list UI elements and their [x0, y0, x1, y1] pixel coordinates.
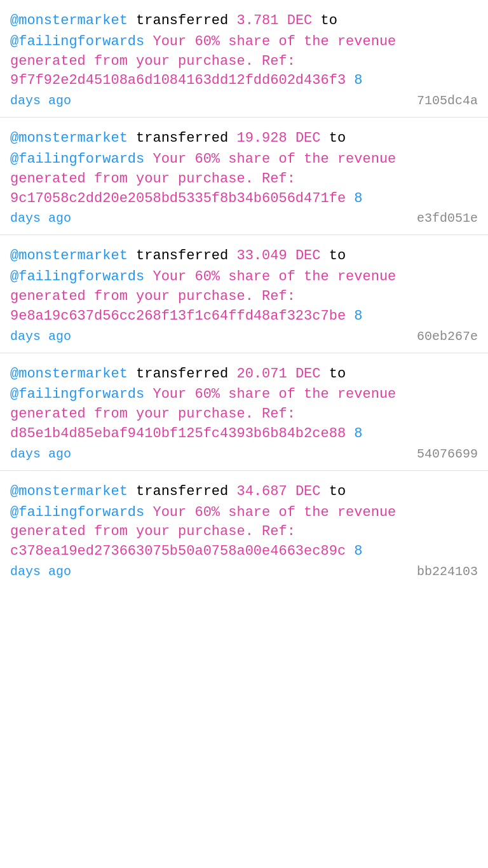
transaction-line3: generated from your purchase. Ref: — [10, 522, 478, 542]
currency-label: DEC — [287, 13, 313, 29]
currency-label: DEC — [295, 484, 321, 499]
transaction-list: @monstermarket transferred 3.781 DEC to … — [0, 0, 488, 588]
transaction-line1: @monstermarket transferred 19.928 DEC to — [10, 129, 478, 149]
transaction-line1: @monstermarket transferred 20.071 DEC to — [10, 365, 478, 384]
message-part2: generated from your purchase. Ref: — [10, 406, 295, 422]
transaction-line3: generated from your purchase. Ref: — [10, 170, 478, 189]
transfer-amount: 3.781 — [236, 13, 278, 29]
badge-number: 8 — [354, 72, 362, 88]
tx-hash: 54076699 — [417, 447, 478, 461]
transferred-label: transferred — [136, 248, 236, 264]
badge-number: 8 — [354, 308, 362, 324]
transaction-line4: 9c17058c2dd20e2058bd5335f8b34b6056d471fe… — [10, 189, 478, 209]
message-part2: generated from your purchase. Ref: — [10, 171, 295, 187]
ref-hash: 9e8a19c637d56cc268f13f1c64ffd48af323c7be — [10, 308, 346, 324]
ref-hash: 9f7f92e2d45108a6d1084163dd12fdd602d436f3 — [10, 72, 346, 88]
transaction-item: @monstermarket transferred 20.071 DEC to… — [0, 353, 488, 471]
message-part1: Your 60% share of the revenue — [152, 34, 396, 50]
transfer-amount: 33.049 — [236, 248, 287, 264]
sender-username[interactable]: @monstermarket — [10, 484, 128, 499]
transaction-item: @monstermarket transferred 3.781 DEC to … — [0, 0, 488, 118]
message-part2: generated from your purchase. Ref: — [10, 524, 295, 539]
tx-hash: e3fd051e — [417, 211, 478, 226]
transaction-line4: c378ea19ed273663075b50a0758a00e4663ec89c… — [10, 542, 478, 562]
transaction-line2: @failingforwards Your 60% share of the r… — [10, 32, 478, 52]
tx-hash: 60eb267e — [417, 329, 478, 344]
transaction-line4: 9e8a19c637d56cc268f13f1c64ffd48af323c7be… — [10, 307, 478, 327]
message-part1: Your 60% share of the revenue — [152, 386, 396, 402]
ref-hash: c378ea19ed273663075b50a0758a00e4663ec89c — [10, 543, 346, 559]
sender-username[interactable]: @monstermarket — [10, 13, 128, 29]
recipient-username[interactable]: @failingforwards — [10, 34, 144, 50]
badge-number: 8 — [354, 191, 362, 207]
transaction-item: @monstermarket transferred 19.928 DEC to… — [0, 118, 488, 235]
message-part1: Your 60% share of the revenue — [152, 269, 396, 285]
transfer-amount: 19.928 — [236, 130, 287, 146]
transaction-line2: @failingforwards Your 60% share of the r… — [10, 503, 478, 523]
recipient-username[interactable]: @failingforwards — [10, 386, 144, 402]
transaction-item: @monstermarket transferred 34.687 DEC to… — [0, 471, 488, 588]
transferred-label: transferred — [136, 13, 236, 29]
transaction-footer: days ago 7105dc4a — [10, 93, 478, 108]
transaction-line2: @failingforwards Your 60% share of the r… — [10, 268, 478, 287]
transaction-line4: d85e1b4d85ebaf9410bf125fc4393b6b84b2ce88… — [10, 424, 478, 444]
ref-hash: 9c17058c2dd20e2058bd5335f8b34b6056d471fe — [10, 191, 346, 207]
transaction-line1: @monstermarket transferred 34.687 DEC to — [10, 482, 478, 502]
message-part2: generated from your purchase. Ref: — [10, 288, 295, 304]
to-label: to — [329, 130, 346, 146]
tx-hash: bb224103 — [417, 564, 478, 579]
currency-label: DEC — [295, 366, 321, 382]
days-ago-label: days ago — [10, 93, 71, 108]
currency-label: DEC — [295, 248, 321, 264]
transaction-item: @monstermarket transferred 33.049 DEC to… — [0, 235, 488, 353]
to-label: to — [329, 484, 346, 499]
transaction-line2: @failingforwards Your 60% share of the r… — [10, 385, 478, 405]
transaction-footer: days ago e3fd051e — [10, 211, 478, 226]
badge-number: 8 — [354, 543, 362, 559]
days-ago-label: days ago — [10, 329, 71, 344]
transferred-label: transferred — [136, 484, 236, 499]
to-label: to — [321, 13, 337, 29]
transfer-amount: 20.071 — [236, 366, 287, 382]
transaction-line4: 9f7f92e2d45108a6d1084163dd12fdd602d436f3… — [10, 71, 478, 91]
recipient-username[interactable]: @failingforwards — [10, 505, 144, 520]
transaction-line1: @monstermarket transferred 3.781 DEC to — [10, 11, 478, 31]
message-part1: Your 60% share of the revenue — [152, 151, 396, 167]
transaction-footer: days ago bb224103 — [10, 564, 478, 579]
sender-username[interactable]: @monstermarket — [10, 130, 128, 146]
badge-number: 8 — [354, 426, 362, 442]
to-label: to — [329, 248, 346, 264]
recipient-username[interactable]: @failingforwards — [10, 269, 144, 285]
transaction-line3: generated from your purchase. Ref: — [10, 287, 478, 307]
transferred-label: transferred — [136, 130, 236, 146]
transaction-footer: days ago 60eb267e — [10, 329, 478, 344]
sender-username[interactable]: @monstermarket — [10, 248, 128, 264]
currency-label: DEC — [295, 130, 321, 146]
transaction-line2: @failingforwards Your 60% share of the r… — [10, 150, 478, 170]
sender-username[interactable]: @monstermarket — [10, 366, 128, 382]
days-ago-label: days ago — [10, 447, 71, 461]
tx-hash: 7105dc4a — [417, 93, 478, 108]
ref-hash: d85e1b4d85ebaf9410bf125fc4393b6b84b2ce88 — [10, 426, 346, 442]
days-ago-label: days ago — [10, 211, 71, 226]
transaction-footer: days ago 54076699 — [10, 447, 478, 461]
transaction-line3: generated from your purchase. Ref: — [10, 405, 478, 424]
to-label: to — [329, 366, 346, 382]
message-part2: generated from your purchase. Ref: — [10, 53, 295, 69]
transfer-amount: 34.687 — [236, 484, 287, 499]
transferred-label: transferred — [136, 366, 236, 382]
recipient-username[interactable]: @failingforwards — [10, 151, 144, 167]
days-ago-label: days ago — [10, 564, 71, 579]
message-part1: Your 60% share of the revenue — [152, 505, 396, 520]
transaction-line1: @monstermarket transferred 33.049 DEC to — [10, 247, 478, 266]
transaction-line3: generated from your purchase. Ref: — [10, 52, 478, 72]
